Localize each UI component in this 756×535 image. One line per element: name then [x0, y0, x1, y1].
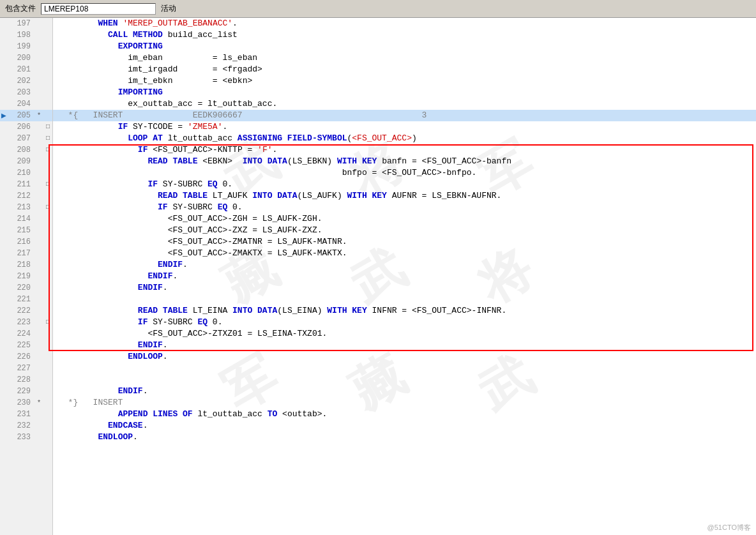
line-marker — [34, 340, 43, 351]
filename-input[interactable] — [41, 3, 156, 15]
code-row: <FS_OUT_ACC>-ZTXZ01 = LS_EINA-TXZ01. — [53, 328, 756, 340]
line-marker — [34, 271, 43, 282]
fold-marker — [43, 87, 52, 98]
line-marker — [34, 363, 43, 374]
line-number: 230 — [8, 397, 34, 409]
gutter-row: 212 — [0, 190, 52, 202]
line-marker — [34, 41, 43, 52]
fold-marker — [43, 328, 52, 340]
fold-marker — [43, 294, 52, 305]
fold-marker — [43, 52, 52, 64]
gutter-row: 197 — [0, 18, 52, 29]
fold-marker — [43, 282, 52, 294]
line-marker — [34, 282, 43, 294]
gutter-row: 217 — [0, 248, 52, 259]
fold-marker — [43, 397, 52, 409]
line-marker — [34, 248, 43, 259]
fold-marker — [43, 110, 52, 121]
fold-marker[interactable]: □ — [43, 121, 52, 133]
line-number: 198 — [8, 29, 34, 41]
gutter-row: 206□ — [0, 121, 52, 133]
gutter-row: 208□ — [0, 144, 52, 156]
fold-marker — [43, 248, 52, 259]
fold-marker — [43, 420, 52, 432]
fold-marker — [43, 259, 52, 271]
line-number: 221 — [8, 294, 34, 305]
line-marker — [34, 386, 43, 397]
code-container: 197198199200201202203204▶205*206□207□208… — [0, 18, 756, 535]
line-number: 201 — [8, 64, 34, 75]
line-marker — [34, 156, 43, 167]
code-row: bnfpo = <FS_OUT_ACC>-bnfpo. — [53, 167, 756, 179]
gutter: 197198199200201202203204▶205*206□207□208… — [0, 18, 53, 535]
line-number: 197 — [8, 18, 34, 29]
code-row: *{ INSERT EEDK906667 3 — [53, 110, 756, 121]
fold-marker — [43, 167, 52, 179]
gutter-row: 201 — [0, 64, 52, 75]
gutter-row: 200 — [0, 52, 52, 64]
fold-marker[interactable]: □ — [43, 144, 52, 156]
line-number: 224 — [8, 328, 34, 340]
line-marker — [34, 305, 43, 317]
fold-marker — [43, 351, 52, 363]
fold-marker[interactable]: □ — [43, 202, 52, 213]
line-marker — [34, 52, 43, 64]
code-row: imt_irgadd = <frgadd> — [53, 64, 756, 75]
fold-marker — [43, 41, 52, 52]
line-marker — [34, 144, 43, 156]
line-marker — [34, 213, 43, 225]
line-number: 200 — [8, 52, 34, 64]
gutter-row: 229 — [0, 386, 52, 397]
code-row: ENDCASE. — [53, 420, 756, 432]
gutter-row: 215 — [0, 225, 52, 236]
code-row: <FS_OUT_ACC>-ZMATNR = LS_AUFK-MATNR. — [53, 236, 756, 248]
gutter-row: 203 — [0, 87, 52, 98]
line-marker — [34, 121, 43, 133]
code-row — [53, 363, 756, 374]
code-row: im_eban = ls_eban — [53, 52, 756, 64]
gutter-row: 226 — [0, 351, 52, 363]
top-bar: 包含文件 活动 — [0, 0, 756, 18]
line-number: 218 — [8, 259, 34, 271]
code-row: <FS_OUT_ACC>-ZXZ = LS_AUFK-ZXZ. — [53, 225, 756, 236]
line-number: 233 — [8, 432, 34, 443]
fold-marker — [43, 98, 52, 110]
gutter-row: 222 — [0, 305, 52, 317]
gutter-row: 232 — [0, 420, 52, 432]
code-row: IF SY-TCODE = 'ZME5A'. — [53, 121, 756, 133]
line-number: 212 — [8, 190, 34, 202]
fold-marker — [43, 18, 52, 29]
line-marker — [34, 259, 43, 271]
gutter-row: 214 — [0, 213, 52, 225]
code-row: READ TABLE LT_EINA INTO DATA(LS_EINA) WI… — [53, 305, 756, 317]
line-marker — [34, 64, 43, 75]
gutter-row: 220 — [0, 282, 52, 294]
gutter-row: 219 — [0, 271, 52, 282]
fold-marker — [43, 75, 52, 87]
code-row: ENDIF. — [53, 340, 756, 351]
gutter-row: 207□ — [0, 133, 52, 144]
fold-marker — [43, 213, 52, 225]
gutter-row: ▶205* — [0, 110, 52, 121]
fold-marker[interactable]: □ — [43, 317, 52, 328]
code-row: <FS_OUT_ACC>-ZMAKTX = LS_AUFK-MAKTX. — [53, 248, 756, 259]
line-marker — [34, 328, 43, 340]
line-marker — [34, 351, 43, 363]
line-number: 199 — [8, 41, 34, 52]
gutter-row: 224 — [0, 328, 52, 340]
fold-marker — [43, 363, 52, 374]
fold-marker[interactable]: □ — [43, 133, 52, 144]
code-row — [53, 374, 756, 386]
code-row: READ TABLE <EBKN> INTO DATA(LS_EBKN) WIT… — [53, 156, 756, 167]
line-number: 231 — [8, 409, 34, 420]
line-number: 213 — [8, 202, 34, 213]
code-row: <FS_OUT_ACC>-ZGH = LS_AUFK-ZGH. — [53, 213, 756, 225]
fold-marker — [43, 271, 52, 282]
fold-marker — [43, 432, 52, 443]
fold-marker — [43, 409, 52, 420]
code-row: ENDIF. — [53, 386, 756, 397]
fold-marker[interactable]: □ — [43, 179, 52, 190]
fold-marker — [43, 386, 52, 397]
code-lines: WHEN 'MEREP_OUTTAB_EBANACC'. CALL METHOD… — [53, 18, 756, 535]
line-number: 211 — [8, 179, 34, 190]
